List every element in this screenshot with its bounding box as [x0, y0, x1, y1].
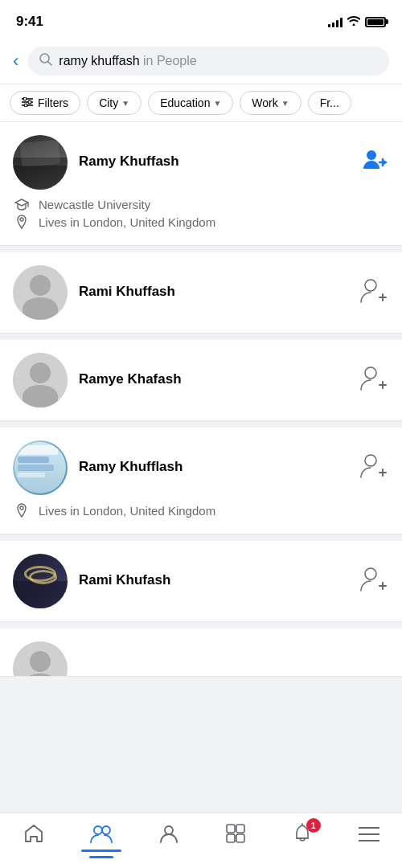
svg-point-7 — [24, 104, 27, 107]
add-friend-button[interactable] — [360, 276, 389, 309]
avatar[interactable] — [13, 554, 68, 608]
city-label: City — [99, 96, 118, 109]
person-info: Rami Khufash — [79, 572, 349, 590]
person-info: Ramy Khufflash — [79, 459, 349, 477]
education-text: Newcastle University — [39, 198, 150, 211]
person-card: Ramy Khuffash — [0, 122, 402, 246]
location-icon — [13, 503, 31, 518]
person-card: Rami Khufash — [0, 541, 402, 622]
filters-button[interactable]: Filters — [10, 91, 80, 115]
follow-button[interactable] — [360, 146, 389, 178]
add-friend-button[interactable] — [360, 565, 389, 597]
back-button[interactable]: ‹ — [13, 51, 18, 72]
svg-rect-18 — [236, 834, 244, 842]
separator — [0, 334, 402, 340]
person-name: Ramy Khuffash — [79, 154, 349, 170]
person-name: Rami Khufash — [79, 572, 349, 588]
search-query: ramy khuffash — [59, 54, 139, 68]
separator — [0, 246, 402, 252]
svg-point-8 — [367, 150, 376, 160]
person-card: Ramye Khafash — [0, 340, 402, 421]
education-icon — [13, 199, 31, 211]
svg-point-5 — [23, 97, 27, 100]
partial-person-card — [0, 628, 402, 677]
person-main-row: Ramye Khafash — [13, 353, 389, 407]
separator — [0, 421, 402, 428]
results-list: Ramy Khuffash — [0, 122, 402, 757]
person-details: Lives in London, United Kingdom — [13, 503, 389, 518]
person-details: Newcastle University Lives in London, Un… — [13, 198, 389, 229]
search-icon — [39, 53, 52, 69]
avatar[interactable] — [13, 440, 68, 495]
filters-icon — [22, 96, 33, 109]
bottom-nav: 1 — [0, 813, 402, 868]
search-scope: in People — [143, 54, 197, 68]
nav-menu[interactable] — [346, 821, 392, 850]
avatar[interactable] — [13, 353, 68, 407]
svg-point-12 — [94, 826, 102, 834]
add-friend-icon — [360, 452, 389, 481]
nav-notifications[interactable]: 1 — [279, 820, 326, 852]
add-friend-icon — [360, 276, 389, 305]
location-icon — [13, 215, 31, 229]
svg-point-14 — [165, 826, 173, 834]
person-info: Ramy Khuffash — [79, 154, 349, 171]
home-icon — [23, 823, 44, 849]
status-icons — [328, 15, 386, 28]
chevron-down-icon: ▼ — [281, 99, 289, 108]
svg-point-6 — [28, 100, 31, 104]
add-friend-button[interactable] — [360, 452, 389, 484]
location-detail: Lives in London, United Kingdom — [13, 503, 389, 518]
svg-rect-17 — [227, 834, 235, 842]
status-bar: 9:41 — [0, 0, 402, 40]
add-friend-icon — [360, 364, 389, 393]
search-container: ‹ ramy khuffash in People — [0, 40, 402, 84]
svg-line-1 — [48, 62, 52, 66]
signal-bars-icon — [328, 16, 343, 27]
add-friend-button[interactable] — [360, 364, 389, 396]
search-bar[interactable]: ramy khuffash in People — [28, 47, 389, 76]
nav-friends[interactable] — [77, 820, 125, 852]
person-info: Rami Khuffash — [79, 284, 349, 301]
work-label: Work — [252, 96, 277, 109]
friends-label: Fr... — [320, 96, 339, 109]
person-card: Ramy Khufflash Lives in London, Unite — [0, 428, 402, 534]
separator — [0, 622, 402, 628]
profile-icon — [158, 823, 179, 849]
friends-filter-button[interactable]: Fr... — [308, 91, 351, 115]
chevron-down-icon: ▼ — [121, 99, 129, 108]
work-filter-button[interactable]: Work ▼ — [240, 91, 301, 115]
friends-icon — [90, 823, 113, 849]
location-text: Lives in London, United Kingdom — [39, 215, 215, 229]
chevron-down-icon: ▼ — [213, 99, 221, 108]
nav-groups[interactable] — [212, 820, 259, 852]
add-friend-icon — [360, 565, 389, 594]
svg-point-13 — [102, 826, 110, 834]
nav-profile[interactable] — [146, 820, 192, 852]
person-main-row: Rami Khufash — [13, 554, 389, 608]
follow-icon — [360, 146, 389, 175]
svg-point-10 — [20, 218, 23, 221]
separator — [0, 534, 402, 541]
wifi-icon — [347, 15, 360, 28]
person-name: Ramye Khafash — [79, 371, 349, 387]
person-name: Ramy Khufflash — [79, 459, 349, 475]
battery-icon — [365, 17, 386, 27]
filter-bar: Filters City ▼ Education ▼ Work ▼ Fr... — [0, 84, 402, 122]
avatar[interactable] — [13, 135, 68, 190]
avatar-silhouette — [13, 265, 68, 320]
notification-badge: 1 — [306, 818, 321, 833]
person-main-row: Rami Khuffash — [13, 265, 389, 320]
education-filter-button[interactable]: Education ▼ — [148, 91, 233, 115]
city-filter-button[interactable]: City ▼ — [87, 91, 142, 115]
person-main-row: Ramy Khufflash — [13, 440, 389, 495]
person-info: Ramye Khafash — [79, 371, 349, 389]
groups-icon — [225, 823, 246, 849]
menu-icon — [359, 825, 379, 847]
person-name: Rami Khuffash — [79, 284, 349, 300]
nav-home[interactable] — [10, 820, 57, 852]
person-card: Rami Khuffash — [0, 252, 402, 334]
avatar[interactable] — [13, 265, 68, 320]
location-text: Lives in London, United Kingdom — [39, 504, 215, 518]
location-detail: Lives in London, United Kingdom — [13, 215, 389, 229]
